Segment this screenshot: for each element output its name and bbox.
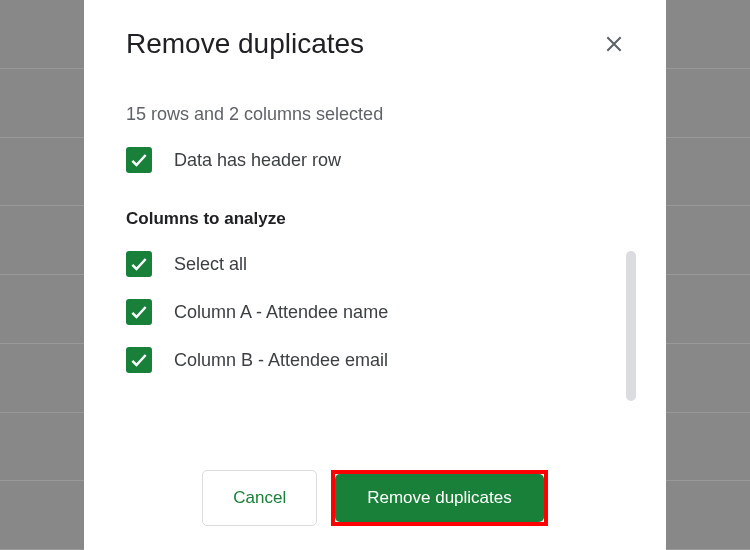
column-a-label: Column A - Attendee name <box>174 302 388 323</box>
remove-duplicates-dialog: Remove duplicates 15 rows and 2 columns … <box>84 0 666 550</box>
dialog-buttons: Cancel Remove duplicates <box>126 460 624 526</box>
header-row-label: Data has header row <box>174 150 341 171</box>
select-all-checkbox[interactable] <box>126 251 152 277</box>
column-b-option: Column B - Attendee email <box>126 347 624 373</box>
select-all-label: Select all <box>174 254 247 275</box>
header-row-option: Data has header row <box>126 147 624 173</box>
column-a-option: Column A - Attendee name <box>126 299 624 325</box>
columns-list: Select all Column A - Attendee name Colu… <box>126 251 624 460</box>
cancel-button[interactable]: Cancel <box>202 470 317 526</box>
select-all-option: Select all <box>126 251 624 277</box>
column-b-label: Column B - Attendee email <box>174 350 388 371</box>
header-row-checkbox[interactable] <box>126 147 152 173</box>
dialog-title: Remove duplicates <box>126 28 364 60</box>
remove-duplicates-button[interactable]: Remove duplicates <box>335 474 544 522</box>
dialog-header: Remove duplicates <box>126 28 624 60</box>
column-a-checkbox[interactable] <box>126 299 152 325</box>
close-icon[interactable] <box>604 34 624 54</box>
columns-scrollbar[interactable] <box>626 251 636 401</box>
selection-info: 15 rows and 2 columns selected <box>126 104 624 125</box>
columns-section-title: Columns to analyze <box>126 209 624 229</box>
column-b-checkbox[interactable] <box>126 347 152 373</box>
highlight-annotation: Remove duplicates <box>331 470 548 526</box>
